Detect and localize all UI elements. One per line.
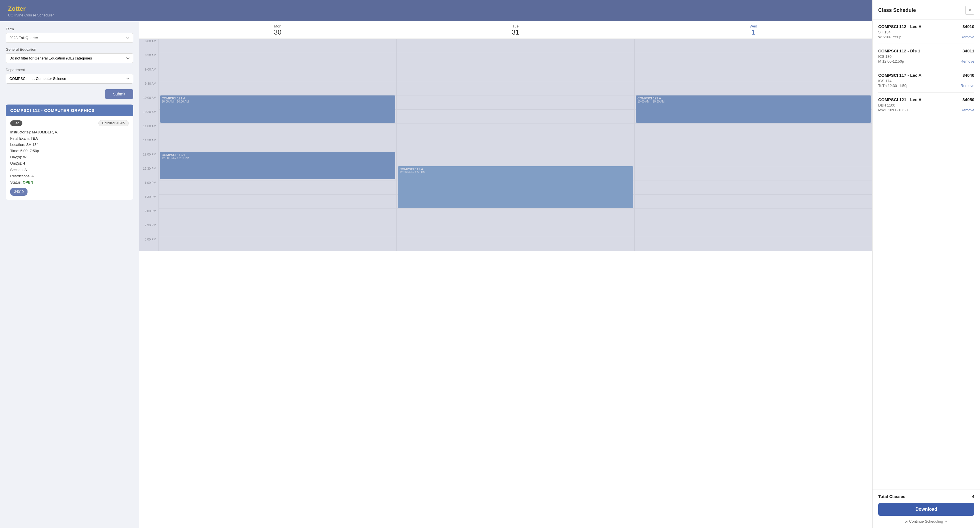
schedule-time-3: TuTh 12:30- 1:50p (878, 84, 908, 88)
schedule-course-name-3: COMPSCI 117 - Lec A (878, 73, 921, 78)
badge-row: Lec Enrolled: 45/85 (10, 120, 129, 126)
calendar-day-mon: Mon 30 (159, 21, 397, 38)
remove-button-4[interactable]: Remove (961, 108, 974, 112)
restrictions-line: Restrictions: A (10, 173, 129, 179)
close-schedule-button[interactable]: × (965, 6, 974, 15)
download-button[interactable]: Download (878, 503, 974, 516)
event-compsci117-tue[interactable]: COMPSCI 117 A 12:30 PM – 1:50 PM (398, 166, 633, 208)
location-line: Location: SH 134 (10, 142, 129, 148)
time-1500: 3:00 PM (139, 237, 159, 251)
ge-label: General Education (6, 47, 133, 52)
time-900: 9:00 AM (139, 67, 159, 81)
schedule-panel-header: Class Schedule × (873, 0, 980, 19)
time-830: 8:30 AM (139, 53, 159, 67)
schedule-room-2: ICS 180 (878, 54, 974, 59)
schedule-course-name-1: COMPSCI 112 - Lec A (878, 24, 921, 29)
calendar-header: Mon 30 Tue 31 Wed 1 (139, 21, 872, 39)
schedule-code-3: 34040 (963, 73, 974, 78)
term-label: Term (6, 27, 133, 31)
time-line: Time: 5:00- 7:50p (10, 148, 129, 154)
course-card-body: Lec Enrolled: 45/85 Instructor(s): MAJUM… (6, 116, 133, 200)
course-card-title: COMPSCI 112 - COMPUTER GRAPHICS (6, 105, 133, 116)
remove-button-3[interactable]: Remove (961, 84, 974, 88)
course-code-button[interactable]: 34010 (10, 188, 27, 196)
dept-label: Department (6, 68, 133, 72)
dept-section: Department COMPSCI . . . . Computer Scie… (6, 68, 133, 84)
app-header: Zotter UC Irvine Course Scheduler (0, 0, 872, 21)
schedule-code-2: 34011 (963, 48, 974, 53)
total-classes-label: Total Classes (878, 494, 905, 499)
schedule-panel: Class Schedule × COMPSCI 112 - Lec A 340… (872, 0, 980, 528)
final-exam-line: Final Exam: TBA (10, 135, 129, 142)
event-compsci121-mon[interactable]: COMPSCI 121 A 10:00 AM – 10:50 AM (160, 95, 395, 123)
event-compsci121-wed[interactable]: COMPSCI 121 A 10:00 AM – 10:50 AM (636, 95, 871, 123)
time-1230: 12:30 PM (139, 166, 159, 181)
calendar-day-wed: Wed 1 (634, 21, 872, 38)
term-select[interactable]: 2023 Fall Quarter (6, 33, 133, 43)
status-line: Status: OPEN (10, 179, 129, 186)
units-line: Unit(s): 4 (10, 160, 129, 166)
schedule-room-3: ICS 174 (878, 79, 974, 83)
schedule-list: COMPSCI 112 - Lec A 34010 SH 134 W 5:00-… (873, 19, 980, 489)
schedule-footer: Total Classes 4 Download or Continue Sch… (873, 489, 980, 528)
schedule-item-compsci112-dis: COMPSCI 112 - Dis 1 34011 ICS 180 M 12:0… (878, 44, 974, 68)
ge-section: General Education Do not filter for Gene… (6, 47, 133, 63)
schedule-time-1: W 5:00- 7:50p (878, 35, 902, 39)
course-details: Instructor(s): MAJUMDER, A. Final Exam: … (10, 129, 129, 196)
dept-select[interactable]: COMPSCI . . . . Computer Science (6, 74, 133, 84)
left-sidebar: Term 2023 Fall Quarter General Education… (0, 21, 139, 528)
time-1100: 11:00 AM (139, 124, 159, 138)
total-classes-row: Total Classes 4 (878, 494, 974, 499)
time-1300: 1:00 PM (139, 181, 159, 195)
app-title: Zotter (8, 5, 864, 13)
ge-select[interactable]: Do not filter for General Education (GE)… (6, 53, 133, 63)
enrolled-badge: Enrolled: 45/85 (99, 120, 129, 126)
schedule-item-compsci121: COMPSCI 121 - Lec A 34050 DBH 1100 MWF 1… (878, 93, 974, 117)
days-line: Day(s): W (10, 154, 129, 160)
section-line: Section: A (10, 167, 129, 173)
time-1000: 10:00 AM (139, 95, 159, 109)
lec-badge: Lec (10, 121, 22, 126)
day-col-mon: COMPSCI 121 A 10:00 AM – 10:50 AM COMPSC… (159, 39, 397, 251)
time-gutter-header (139, 21, 159, 38)
time-1330: 1:30 PM (139, 195, 159, 209)
schedule-code-1: 34010 (963, 24, 974, 29)
time-930: 9:30 AM (139, 81, 159, 95)
schedule-time-4: MWF 10:00-10:50 (878, 108, 908, 112)
time-1430: 2:30 PM (139, 223, 159, 237)
time-1030: 10:30 AM (139, 109, 159, 124)
days-grid: COMPSCI 121 A 10:00 AM – 10:50 AM COMPSC… (159, 39, 872, 251)
time-1130: 11:30 AM (139, 138, 159, 152)
schedule-item-compsci117: COMPSCI 117 - Lec A 34040 ICS 174 TuTh 1… (878, 68, 974, 93)
schedule-time-2: M 12:00-12:50p (878, 59, 904, 63)
schedule-room-4: DBH 1100 (878, 103, 974, 107)
schedule-course-name-2: COMPSCI 112 - Dis 1 (878, 48, 920, 53)
instructor-line: Instructor(s): MAJUMDER, A. (10, 129, 129, 135)
time-column: 8:00 AM 8:30 AM 9:00 AM 9:30 AM 10:00 AM… (139, 39, 159, 251)
calendar-body: 8:00 AM 8:30 AM 9:00 AM 9:30 AM 10:00 AM… (139, 39, 872, 251)
term-section: Term 2023 Fall Quarter (6, 27, 133, 43)
schedule-item-compsci112-lec: COMPSCI 112 - Lec A 34010 SH 134 W 5:00-… (878, 19, 974, 44)
day-col-wed: COMPSCI 121 A 10:00 AM – 10:50 AM (635, 39, 872, 251)
calendar-day-tue: Tue 31 (397, 21, 635, 38)
status-badge: OPEN (23, 180, 33, 184)
remove-button-2[interactable]: Remove (961, 59, 974, 63)
schedule-code-4: 34050 (963, 97, 974, 102)
submit-button[interactable]: Submit (105, 89, 133, 99)
continue-scheduling-link[interactable]: or Continue Scheduling → (878, 519, 974, 523)
schedule-panel-title: Class Schedule (878, 7, 916, 13)
time-1400: 2:00 PM (139, 209, 159, 223)
total-classes-count: 4 (972, 494, 974, 499)
time-800: 8:00 AM (139, 39, 159, 53)
event-compsci112-mon[interactable]: COMPSCI 112-1 12:00 PM – 12:50 PM (160, 152, 395, 179)
day-col-tue: COMPSCI 117 A 12:30 PM – 1:50 PM (397, 39, 635, 251)
remove-button-1[interactable]: Remove (961, 35, 974, 39)
schedule-course-name-4: COMPSCI 121 - Lec A (878, 97, 921, 102)
calendar-area: Mon 30 Tue 31 Wed 1 8:0 (139, 21, 872, 528)
schedule-room-1: SH 134 (878, 30, 974, 34)
app-subtitle: UC Irvine Course Scheduler (8, 13, 864, 17)
course-card: COMPSCI 112 - COMPUTER GRAPHICS Lec Enro… (6, 105, 133, 200)
time-1200: 12:00 PM (139, 152, 159, 166)
